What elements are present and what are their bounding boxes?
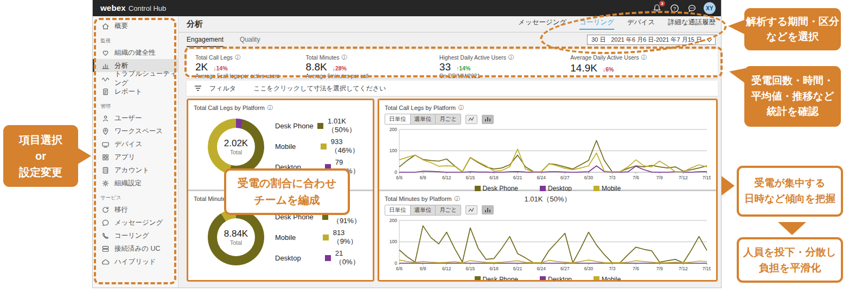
- notifications-button[interactable]: 3: [652, 3, 662, 14]
- stat-label: Total Minutes: [306, 54, 340, 61]
- sidebar-item[interactable]: デバイス: [93, 138, 178, 151]
- sidebar-item-label: レポート: [114, 87, 142, 96]
- svg-text:6/27: 6/27: [560, 175, 570, 180]
- filter-label: フィルタ: [209, 84, 236, 93]
- brand-control-hub: Control Hub: [129, 4, 166, 12]
- sidebar-item-label: 組織の健全性: [114, 48, 155, 57]
- sidebar-item-label: ワークスペース: [114, 127, 163, 136]
- svg-text:6/21: 6/21: [513, 266, 522, 271]
- sidebar-item[interactable]: 接続済みの UC: [93, 242, 178, 255]
- granularity-button[interactable]: 週単位: [411, 114, 436, 124]
- callout-line: 受電の割合に合わせ: [226, 175, 348, 192]
- webex-logo: webexControl Hub: [100, 3, 166, 13]
- legend-swatch: [475, 276, 481, 282]
- info-icon[interactable]: ⓘ: [267, 104, 273, 112]
- stat-total-call-legs: Total Call Legsⓘ 2K↓14% Average 5call le…: [195, 54, 306, 75]
- bar-view-button[interactable]: [482, 205, 494, 214]
- stat-subtext: On DD/MM/2021: [439, 73, 570, 79]
- sidebar-item[interactable]: トラブルシューティング: [93, 72, 178, 85]
- sidebar-item[interactable]: ワークスペース: [93, 125, 178, 138]
- svg-text:6/12: 6/12: [442, 175, 451, 180]
- sidebar-item[interactable]: ハイブリッド: [93, 255, 178, 268]
- sidebar-item[interactable]: 移行: [93, 203, 178, 216]
- sidebar-item-label: 移行: [114, 205, 128, 214]
- top-tab[interactable]: コーリング: [579, 18, 614, 30]
- bar-view-button[interactable]: [482, 115, 494, 124]
- callout-arrow-left-icon: [729, 68, 745, 83]
- granularity-button[interactable]: 日単位: [385, 205, 411, 215]
- user-icon: [101, 114, 110, 122]
- legend-swatch: [540, 276, 546, 282]
- chat-icon: [101, 219, 110, 227]
- donut-total-label: Total: [230, 239, 242, 246]
- granularity-toggle: 日単位週単位月ごと: [385, 114, 461, 125]
- legend-name: Mobile: [275, 233, 323, 242]
- gear-icon: [101, 179, 110, 187]
- svg-text:7/6: 7/6: [633, 175, 639, 180]
- stat-delta: ↑14%: [456, 65, 470, 71]
- sidebar-item[interactable]: ユーザー: [93, 112, 178, 125]
- sidebar-item-label: コーリング: [114, 231, 149, 240]
- info-icon[interactable]: ⓘ: [341, 54, 347, 61]
- date-range-selector[interactable]: 30 日 2021 年6 月6 日-2021 年7 月15 日: [587, 35, 716, 45]
- sidebar-item[interactable]: 組織設定: [93, 177, 178, 190]
- stat-label: Total Call Legs: [195, 54, 233, 61]
- granularity-button[interactable]: 日単位: [385, 114, 411, 124]
- apps-icon: [101, 153, 110, 161]
- sub-tab[interactable]: Quality: [240, 36, 260, 47]
- line-chart-legend: Desk PhoneDesktopMobile: [385, 275, 711, 282]
- granularity-button[interactable]: 月ごと: [436, 114, 461, 124]
- info-icon[interactable]: ⓘ: [235, 54, 240, 61]
- stat-label: Average Daily Active Users: [570, 54, 639, 61]
- top-tab[interactable]: 詳細な通話履歴: [668, 18, 716, 30]
- legend-name: Desktop: [548, 276, 572, 282]
- stat-highest-daily-active-users: Highest Daily Active Usersⓘ 33↑14% On DD…: [439, 54, 570, 75]
- info-icon[interactable]: ⓘ: [458, 104, 464, 112]
- sidebar-item[interactable]: アカウント: [93, 164, 178, 177]
- sidebar-item-label: ハイブリッド: [114, 257, 156, 266]
- sidebar-item[interactable]: コーリング: [93, 229, 178, 242]
- callout-line: 受電が集中する: [739, 175, 841, 191]
- sidebar-item[interactable]: アプリ: [93, 151, 178, 164]
- callout-line: 人員を投下・分散し: [739, 244, 841, 260]
- kpi-summary-card: Total Call Legsⓘ 2K↓14% Average 5call le…: [187, 50, 718, 78]
- info-icon[interactable]: ⓘ: [508, 54, 514, 61]
- feedback-button[interactable]: [686, 3, 697, 14]
- top-tab[interactable]: デバイス: [627, 18, 655, 30]
- svg-text:7/9: 7/9: [656, 266, 663, 271]
- sub-tab[interactable]: Engagement: [187, 36, 224, 47]
- help-button[interactable]: ?: [669, 3, 680, 14]
- heart-icon: [101, 49, 110, 57]
- legend-swatch: [321, 144, 327, 149]
- user-avatar[interactable]: XY: [704, 2, 716, 14]
- svg-text:200: 200: [390, 127, 397, 132]
- top-tab[interactable]: メッセージング: [518, 18, 566, 30]
- stat-value: 33: [439, 61, 451, 73]
- flow-arrow-down-icon: [778, 222, 806, 235]
- legend-name: Mobile: [275, 142, 321, 151]
- callout-line: 設定変更: [3, 164, 78, 180]
- svg-text:6/9: 6/9: [420, 266, 426, 271]
- sidebar-item[interactable]: 組織の健全性: [93, 46, 178, 59]
- filter-bar[interactable]: フィルタ ここをクリックして寸法を選択してください: [187, 81, 718, 96]
- donut-legend: Desk Phone1.01K（50%）Mobile933（46%）Deskto…: [275, 117, 367, 176]
- main-content: 分析 メッセージングコーリングデバイス詳細な通話履歴 EngagementQua…: [178, 16, 721, 288]
- stat-label: Highest Daily Active Users: [439, 54, 506, 61]
- sidebar-item-label: 組織設定: [114, 179, 142, 188]
- legend-swatch: [325, 255, 331, 261]
- callout-line: 解析する期間・区分: [744, 14, 841, 30]
- legend-item: Mobile813（9%）: [275, 229, 367, 246]
- granularity-button[interactable]: 月ごと: [436, 205, 461, 215]
- notification-badge: 3: [659, 1, 665, 6]
- granularity-button[interactable]: 週単位: [411, 205, 436, 215]
- line-view-button[interactable]: [465, 205, 477, 214]
- sidebar-item[interactable]: 概要: [93, 19, 178, 32]
- info-icon[interactable]: ⓘ: [641, 54, 647, 61]
- sidebar-item[interactable]: メッセージング: [93, 216, 178, 229]
- donut-total-label: Total: [230, 149, 242, 155]
- donut-chart: 8.84K Total: [208, 209, 264, 265]
- svg-text:6/9: 6/9: [420, 175, 426, 180]
- minutes-line-card: Total Minutes by Platformⓘ 1.01K（50%） 日単…: [379, 191, 716, 281]
- svg-text:7/3: 7/3: [609, 175, 616, 180]
- line-view-button[interactable]: [465, 115, 477, 124]
